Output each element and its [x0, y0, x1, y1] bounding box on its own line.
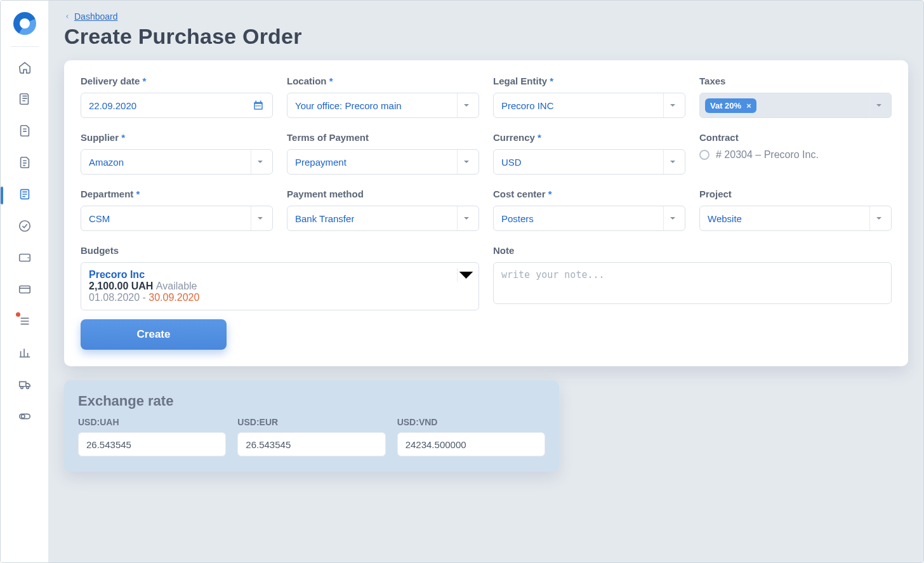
- nav-doc-1[interactable]: [10, 121, 40, 143]
- nav-request[interactable]: [10, 89, 40, 112]
- select-supplier[interactable]: Amazon: [81, 149, 273, 175]
- svg-rect-9: [256, 101, 257, 103]
- rate-item: USD:VND: [397, 417, 545, 456]
- document-icon: [18, 124, 32, 140]
- request-icon: [18, 92, 32, 109]
- nav-purchase-order[interactable]: [10, 184, 40, 207]
- label-budgets: Budgets: [81, 245, 479, 256]
- textarea-note[interactable]: [493, 262, 892, 304]
- field-payment-method: Payment method Bank Transfer: [287, 189, 479, 231]
- select-location[interactable]: Your office: Precoro main: [287, 93, 479, 118]
- budget-period-end: 30.09.2020: [148, 292, 199, 303]
- nav-analytics[interactable]: [10, 343, 40, 366]
- field-budgets: Budgets Precoro Inc 2,100.00 UAH Availab…: [81, 245, 479, 310]
- contract-option[interactable]: # 20304 – Precoro Inc.: [699, 149, 892, 161]
- nav-shipping[interactable]: [10, 374, 40, 397]
- field-department: Department CSM: [81, 189, 273, 231]
- field-location: Location Your office: Precoro main: [287, 76, 479, 118]
- breadcrumb-dashboard[interactable]: Dashboard: [64, 11, 118, 22]
- input-delivery-date[interactable]: 22.09.2020: [81, 93, 273, 118]
- chevron-down-icon: [457, 150, 475, 174]
- nav-doc-2[interactable]: [10, 152, 40, 175]
- svg-rect-14: [260, 105, 261, 107]
- create-po-card: Delivery date 22.09.2020 Location Your o…: [64, 60, 908, 366]
- select-taxes[interactable]: Vat 20% ×: [699, 93, 892, 118]
- field-currency: Currency USD: [493, 132, 685, 175]
- field-terms: Terms of Payment Prepayment: [287, 132, 479, 175]
- value-payment-method: Bank Transfer: [295, 213, 354, 224]
- chevron-down-icon: [457, 93, 475, 117]
- value-terms: Prepayment: [295, 157, 346, 168]
- create-button[interactable]: Create: [81, 319, 227, 350]
- rate-item: USD:EUR: [237, 417, 385, 456]
- label-contract: Contract: [699, 132, 892, 143]
- exchange-rate-grid: USD:UAH USD:EUR USD:VND: [78, 417, 545, 456]
- nav-home[interactable]: [10, 57, 40, 80]
- label-terms: Terms of Payment: [287, 132, 479, 143]
- radio-unchecked-icon[interactable]: [699, 150, 710, 160]
- label-project: Project: [699, 189, 892, 199]
- form-grid: Delivery date 22.09.2020 Location Your o…: [81, 76, 892, 310]
- breadcrumb-label: Dashboard: [74, 11, 118, 22]
- label-payment-method: Payment method: [287, 189, 479, 199]
- sidebar-divider: [11, 46, 39, 47]
- value-project: Website: [708, 213, 742, 224]
- budget-period: 01.08.2020 - 30.09.2020: [89, 292, 457, 303]
- budget-available: Available: [156, 281, 197, 291]
- svg-point-5: [26, 387, 29, 389]
- chip-remove-icon[interactable]: ×: [746, 101, 751, 110]
- field-taxes: Taxes Vat 20% ×: [699, 76, 892, 118]
- rate-label: USD:UAH: [78, 417, 226, 427]
- select-terms[interactable]: Prepayment: [287, 149, 479, 175]
- svg-rect-13: [258, 105, 259, 107]
- label-location: Location: [287, 76, 479, 86]
- chevron-down-icon: [457, 206, 475, 230]
- field-cost-center: Cost center Posters: [493, 189, 685, 231]
- nav-card[interactable]: [10, 279, 40, 302]
- nav-list[interactable]: [10, 311, 40, 334]
- svg-rect-3: [19, 286, 30, 293]
- nav-approval[interactable]: [10, 216, 40, 239]
- field-legal-entity: Legal Entity Precoro INC: [493, 76, 685, 118]
- sidebar-nav: [1, 57, 48, 429]
- label-department: Department: [81, 189, 273, 199]
- toggle-icon: [18, 409, 32, 426]
- value-cost-center: Posters: [501, 213, 534, 224]
- chevron-left-icon: [64, 11, 70, 22]
- notification-dot: [16, 312, 20, 317]
- select-legal-entity[interactable]: Precoro INC: [493, 93, 685, 118]
- rate-input[interactable]: [237, 432, 385, 456]
- rate-input[interactable]: [397, 432, 545, 456]
- left-sidebar: [1, 1, 49, 562]
- wallet-icon: [18, 251, 32, 267]
- select-department[interactable]: CSM: [81, 206, 273, 231]
- nav-toggle[interactable]: [10, 406, 40, 429]
- value-department: CSM: [89, 213, 110, 224]
- svg-point-7: [21, 414, 25, 418]
- rate-input[interactable]: [78, 432, 226, 456]
- budget-amount: 2,100.00 UAH: [89, 281, 153, 291]
- exchange-rate-title: Exchange rate: [78, 393, 545, 409]
- select-payment-method[interactable]: Bank Transfer: [287, 206, 479, 231]
- svg-rect-12: [256, 105, 257, 107]
- select-cost-center[interactable]: Posters: [493, 206, 685, 231]
- chevron-down-icon: [251, 206, 268, 230]
- field-contract: Contract # 20304 – Precoro Inc.: [699, 132, 892, 175]
- label-taxes: Taxes: [699, 76, 892, 86]
- select-budget[interactable]: Precoro Inc 2,100.00 UAH Available 01.08…: [81, 262, 479, 310]
- label-supplier: Supplier: [81, 132, 273, 143]
- label-currency: Currency: [493, 132, 685, 143]
- select-project[interactable]: Website: [699, 206, 892, 231]
- nav-wallet[interactable]: [10, 248, 40, 270]
- svg-point-1: [19, 221, 30, 232]
- chevron-down-icon: [869, 206, 887, 230]
- chevron-down-icon: [251, 150, 268, 174]
- select-currency[interactable]: USD: [493, 149, 685, 175]
- budget-period-start: 01.08.2020: [89, 292, 140, 303]
- brand-logo: [13, 12, 36, 35]
- tax-chip[interactable]: Vat 20% ×: [705, 98, 756, 113]
- calendar-icon[interactable]: [249, 93, 267, 117]
- value-currency: USD: [501, 157, 522, 168]
- page-title: Create Purchase Order: [64, 24, 908, 49]
- field-note: Note: [493, 245, 892, 310]
